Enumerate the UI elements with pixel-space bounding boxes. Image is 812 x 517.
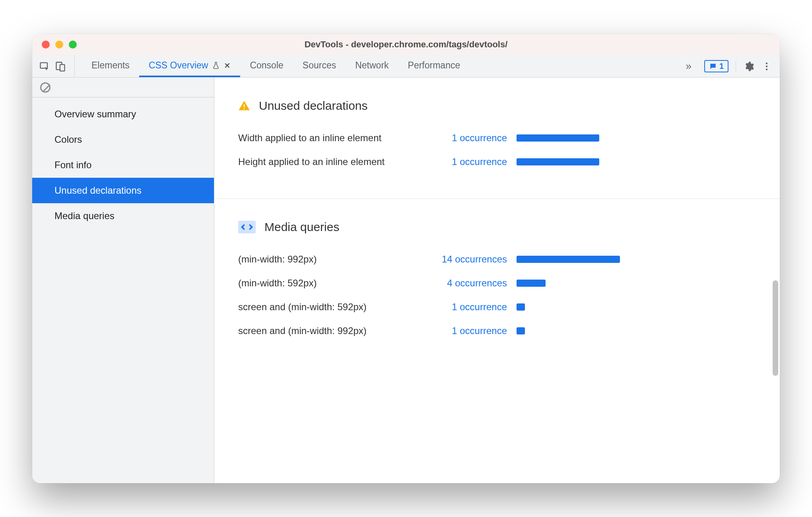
divider <box>736 60 736 72</box>
bar-fill <box>517 134 599 142</box>
bar-track <box>517 134 620 142</box>
inspect-controls <box>38 55 75 77</box>
row-label: (min-width: 592px) <box>238 278 429 289</box>
more-tabs-icon[interactable]: » <box>686 60 697 72</box>
svg-point-4 <box>766 65 767 67</box>
css-overview-sidebar: Overview summary Colors Font info Unused… <box>32 78 214 483</box>
warning-icon <box>238 100 250 112</box>
tab-label: Performance <box>408 60 460 71</box>
bar-track <box>517 327 620 334</box>
bar-track <box>517 256 620 263</box>
bar-track <box>517 158 620 165</box>
panel-tabs: Elements CSS Overview ✕ Console Sources … <box>75 55 678 77</box>
sidebar-item-label: Overview summary <box>54 109 136 119</box>
devtools-window: DevTools - developer.chrome.com/tags/dev… <box>32 34 780 483</box>
sidebar-item-label: Colors <box>54 134 82 145</box>
more-options-icon[interactable] <box>761 61 772 72</box>
tab-elements[interactable]: Elements <box>82 55 139 77</box>
section-unused-declarations: Unused declarations Width applied to an … <box>214 78 780 199</box>
media-query-icon <box>238 221 256 233</box>
messages-badge[interactable]: 1 <box>704 60 728 72</box>
bar-fill <box>517 256 620 263</box>
close-tab-icon[interactable]: ✕ <box>224 61 231 70</box>
svg-point-3 <box>766 62 767 64</box>
clear-overview-icon[interactable] <box>40 82 51 93</box>
messages-count: 1 <box>719 62 724 71</box>
row-label: screen and (min-width: 592px) <box>238 301 429 313</box>
fullscreen-window-button[interactable] <box>69 41 77 49</box>
sidebar-item-unused-declarations[interactable]: Unused declarations <box>32 178 214 203</box>
scrollbar-thumb[interactable] <box>773 280 778 376</box>
tab-label: CSS Overview <box>149 60 208 71</box>
row-label: (min-width: 992px) <box>238 254 429 265</box>
inspect-element-icon[interactable] <box>38 60 51 73</box>
devtools-tabstrip: Elements CSS Overview ✕ Console Sources … <box>32 55 780 78</box>
sidebar-item-label: Unused declarations <box>54 185 142 196</box>
sidebar-item-label: Media queries <box>54 210 115 221</box>
tabstrip-right: » 1 <box>678 55 780 77</box>
section-title: Unused declarations <box>259 99 368 113</box>
occurrence-link[interactable]: 1 occurrence <box>429 156 517 167</box>
unused-row: Height applied to an inline element 1 oc… <box>238 156 756 167</box>
tab-css-overview[interactable]: CSS Overview ✕ <box>139 55 241 77</box>
section-header: Unused declarations <box>238 99 756 113</box>
occurrence-link[interactable]: 1 occurrence <box>429 132 517 144</box>
media-row: screen and (min-width: 592px) 1 occurren… <box>238 301 756 313</box>
bar-fill <box>517 303 525 311</box>
media-row: screen and (min-width: 992px) 1 occurren… <box>238 325 756 336</box>
svg-rect-7 <box>244 108 245 109</box>
tab-label: Network <box>355 60 389 71</box>
svg-rect-0 <box>41 62 48 68</box>
section-header: Media queries <box>238 220 756 234</box>
tab-console[interactable]: Console <box>240 55 293 77</box>
svg-rect-6 <box>244 104 245 107</box>
bar-track <box>517 303 620 311</box>
section-media-queries: Media queries (min-width: 992px) 14 occu… <box>214 199 780 367</box>
panel-body: Overview summary Colors Font info Unused… <box>32 78 780 483</box>
svg-rect-2 <box>60 64 65 71</box>
sidebar-item-colors[interactable]: Colors <box>32 127 214 152</box>
minimize-window-button[interactable] <box>55 41 63 49</box>
sidebar-item-font-info[interactable]: Font info <box>32 152 214 178</box>
bar-track <box>517 280 620 287</box>
sidebar-item-media-queries[interactable]: Media queries <box>32 203 214 229</box>
tab-label: Elements <box>91 60 130 71</box>
bar-fill <box>517 158 599 165</box>
occurrence-link[interactable]: 1 occurrence <box>429 325 517 336</box>
traffic-lights <box>42 41 77 49</box>
tab-label: Sources <box>303 60 336 71</box>
tab-performance[interactable]: Performance <box>398 55 470 77</box>
occurrence-link[interactable]: 14 occurrences <box>429 254 517 265</box>
tab-network[interactable]: Network <box>346 55 398 77</box>
row-label: Height applied to an inline element <box>238 156 429 167</box>
sidebar-item-overview-summary[interactable]: Overview summary <box>32 101 214 127</box>
tab-sources[interactable]: Sources <box>293 55 346 77</box>
svg-point-5 <box>766 68 767 70</box>
sidebar-item-label: Font info <box>54 159 91 170</box>
window-titlebar: DevTools - developer.chrome.com/tags/dev… <box>32 34 780 55</box>
css-overview-main[interactable]: Unused declarations Width applied to an … <box>214 78 780 483</box>
bar-fill <box>517 280 546 287</box>
settings-icon[interactable] <box>743 61 754 72</box>
row-label: Width applied to an inline element <box>238 132 429 144</box>
sidebar-nav: Overview summary Colors Font info Unused… <box>32 97 214 229</box>
media-row: (min-width: 992px) 14 occurrences <box>238 254 756 265</box>
unused-row: Width applied to an inline element 1 occ… <box>238 132 756 144</box>
occurrence-link[interactable]: 1 occurrence <box>429 301 517 313</box>
close-window-button[interactable] <box>42 41 50 49</box>
media-row: (min-width: 592px) 4 occurrences <box>238 278 756 289</box>
row-label: screen and (min-width: 992px) <box>238 325 429 336</box>
device-toolbar-icon[interactable] <box>54 60 67 73</box>
experiment-icon <box>212 62 220 70</box>
bar-fill <box>517 327 525 334</box>
occurrence-link[interactable]: 4 occurrences <box>429 278 517 289</box>
section-title: Media queries <box>264 220 339 234</box>
tab-label: Console <box>250 60 283 71</box>
sidebar-toolbar <box>32 78 214 97</box>
window-title: DevTools - developer.chrome.com/tags/dev… <box>32 39 780 50</box>
